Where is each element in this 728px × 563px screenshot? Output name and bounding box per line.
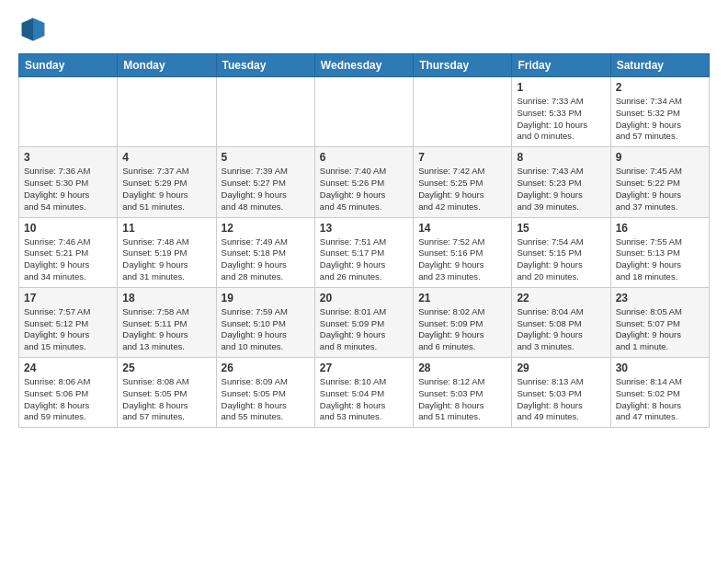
week-row-5: 24Sunrise: 8:06 AMSunset: 5:06 PMDayligh… — [19, 358, 710, 428]
day-cell: 23Sunrise: 8:05 AMSunset: 5:07 PMDayligh… — [610, 287, 709, 357]
day-cell: 30Sunrise: 8:14 AMSunset: 5:02 PMDayligh… — [610, 358, 709, 428]
day-number: 22 — [517, 292, 605, 304]
day-info: Sunrise: 7:33 AMSunset: 5:33 PMDaylight:… — [517, 96, 605, 143]
day-cell: 25Sunrise: 8:08 AMSunset: 5:05 PMDayligh… — [118, 358, 216, 428]
day-cell — [118, 77, 216, 147]
day-info: Sunrise: 7:58 AMSunset: 5:11 PMDaylight:… — [122, 306, 210, 353]
logo — [18, 15, 50, 44]
day-number: 10 — [24, 222, 112, 235]
day-info: Sunrise: 7:34 AMSunset: 5:32 PMDaylight:… — [616, 96, 704, 143]
day-info: Sunrise: 7:55 AMSunset: 5:13 PMDaylight:… — [616, 236, 704, 283]
day-info: Sunrise: 7:49 AMSunset: 5:18 PMDaylight:… — [222, 236, 310, 283]
day-number: 27 — [320, 362, 408, 374]
page: SundayMondayTuesdayWednesdayThursdayFrid… — [0, 0, 728, 442]
day-info: Sunrise: 8:10 AMSunset: 5:04 PMDaylight:… — [320, 376, 408, 423]
day-cell: 26Sunrise: 8:09 AMSunset: 5:05 PMDayligh… — [216, 358, 314, 428]
day-cell: 29Sunrise: 8:13 AMSunset: 5:03 PMDayligh… — [512, 358, 610, 428]
day-cell: 17Sunrise: 7:57 AMSunset: 5:12 PMDayligh… — [19, 287, 118, 357]
day-number: 26 — [222, 362, 310, 374]
day-number: 17 — [24, 292, 112, 304]
day-number: 12 — [222, 222, 310, 235]
day-cell: 19Sunrise: 7:59 AMSunset: 5:10 PMDayligh… — [216, 287, 314, 357]
weekday-header-sunday: Sunday — [19, 54, 118, 77]
day-info: Sunrise: 7:39 AMSunset: 5:27 PMDaylight:… — [222, 166, 310, 213]
day-cell: 10Sunrise: 7:46 AMSunset: 5:21 PMDayligh… — [19, 217, 118, 287]
day-cell: 11Sunrise: 7:48 AMSunset: 5:19 PMDayligh… — [118, 217, 216, 287]
day-info: Sunrise: 7:57 AMSunset: 5:12 PMDaylight:… — [24, 306, 112, 353]
logo-icon — [18, 15, 48, 44]
day-info: Sunrise: 8:14 AMSunset: 5:02 PMDaylight:… — [616, 376, 704, 423]
day-info: Sunrise: 7:37 AMSunset: 5:29 PMDaylight:… — [122, 166, 210, 213]
day-number: 25 — [122, 362, 210, 374]
day-cell: 16Sunrise: 7:55 AMSunset: 5:13 PMDayligh… — [610, 217, 709, 287]
day-info: Sunrise: 8:08 AMSunset: 5:05 PMDaylight:… — [122, 376, 210, 423]
day-number: 2 — [616, 81, 704, 94]
day-cell: 13Sunrise: 7:51 AMSunset: 5:17 PMDayligh… — [314, 217, 413, 287]
day-cell — [19, 77, 118, 147]
day-cell: 9Sunrise: 7:45 AMSunset: 5:22 PMDaylight… — [610, 147, 709, 217]
day-number: 14 — [418, 222, 506, 235]
day-cell: 2Sunrise: 7:34 AMSunset: 5:32 PMDaylight… — [610, 77, 709, 147]
day-info: Sunrise: 7:40 AMSunset: 5:26 PMDaylight:… — [320, 166, 408, 213]
day-info: Sunrise: 7:54 AMSunset: 5:15 PMDaylight:… — [517, 236, 605, 283]
header — [18, 15, 710, 44]
day-info: Sunrise: 7:52 AMSunset: 5:16 PMDaylight:… — [418, 236, 506, 283]
day-cell: 28Sunrise: 8:12 AMSunset: 5:03 PMDayligh… — [414, 358, 512, 428]
day-info: Sunrise: 8:09 AMSunset: 5:05 PMDaylight:… — [222, 376, 310, 423]
day-info: Sunrise: 7:46 AMSunset: 5:21 PMDaylight:… — [24, 236, 112, 283]
day-cell: 6Sunrise: 7:40 AMSunset: 5:26 PMDaylight… — [314, 147, 413, 217]
day-info: Sunrise: 7:51 AMSunset: 5:17 PMDaylight:… — [320, 236, 408, 283]
day-number: 1 — [517, 81, 605, 94]
day-cell: 14Sunrise: 7:52 AMSunset: 5:16 PMDayligh… — [414, 217, 512, 287]
svg-marker-1 — [22, 18, 33, 41]
week-row-3: 10Sunrise: 7:46 AMSunset: 5:21 PMDayligh… — [19, 217, 710, 287]
day-info: Sunrise: 7:36 AMSunset: 5:30 PMDaylight:… — [24, 166, 112, 213]
day-cell — [314, 77, 413, 147]
day-cell — [414, 77, 512, 147]
day-cell: 18Sunrise: 7:58 AMSunset: 5:11 PMDayligh… — [118, 287, 216, 357]
day-info: Sunrise: 8:01 AMSunset: 5:09 PMDaylight:… — [320, 306, 408, 353]
day-number: 7 — [418, 151, 506, 164]
day-info: Sunrise: 7:59 AMSunset: 5:10 PMDaylight:… — [222, 306, 310, 353]
day-number: 8 — [517, 151, 605, 164]
weekday-header-thursday: Thursday — [414, 54, 512, 77]
day-info: Sunrise: 8:05 AMSunset: 5:07 PMDaylight:… — [616, 306, 704, 353]
day-number: 13 — [320, 222, 408, 235]
day-number: 28 — [418, 362, 506, 374]
weekday-header-wednesday: Wednesday — [314, 54, 413, 77]
day-number: 5 — [222, 151, 310, 164]
day-cell: 3Sunrise: 7:36 AMSunset: 5:30 PMDaylight… — [19, 147, 118, 217]
day-cell: 5Sunrise: 7:39 AMSunset: 5:27 PMDaylight… — [216, 147, 314, 217]
day-number: 24 — [24, 362, 112, 374]
day-cell: 21Sunrise: 8:02 AMSunset: 5:09 PMDayligh… — [414, 287, 512, 357]
day-cell: 12Sunrise: 7:49 AMSunset: 5:18 PMDayligh… — [216, 217, 314, 287]
weekday-header-friday: Friday — [512, 54, 610, 77]
day-info: Sunrise: 7:48 AMSunset: 5:19 PMDaylight:… — [122, 236, 210, 283]
day-number: 16 — [616, 222, 704, 235]
day-cell: 8Sunrise: 7:43 AMSunset: 5:23 PMDaylight… — [512, 147, 610, 217]
day-cell: 15Sunrise: 7:54 AMSunset: 5:15 PMDayligh… — [512, 217, 610, 287]
day-number: 21 — [418, 292, 506, 304]
day-cell: 20Sunrise: 8:01 AMSunset: 5:09 PMDayligh… — [314, 287, 413, 357]
weekday-header-saturday: Saturday — [610, 54, 709, 77]
day-number: 19 — [222, 292, 310, 304]
day-cell: 7Sunrise: 7:42 AMSunset: 5:25 PMDaylight… — [414, 147, 512, 217]
day-number: 3 — [24, 151, 112, 164]
day-number: 4 — [122, 151, 210, 164]
day-number: 29 — [517, 362, 605, 374]
weekday-header-tuesday: Tuesday — [216, 54, 314, 77]
svg-marker-0 — [33, 18, 44, 41]
day-info: Sunrise: 8:06 AMSunset: 5:06 PMDaylight:… — [24, 376, 112, 423]
day-cell: 1Sunrise: 7:33 AMSunset: 5:33 PMDaylight… — [512, 77, 610, 147]
day-number: 11 — [122, 222, 210, 235]
day-number: 15 — [517, 222, 605, 235]
day-info: Sunrise: 8:12 AMSunset: 5:03 PMDaylight:… — [418, 376, 506, 423]
day-info: Sunrise: 7:45 AMSunset: 5:22 PMDaylight:… — [616, 166, 704, 213]
day-number: 20 — [320, 292, 408, 304]
day-cell: 27Sunrise: 8:10 AMSunset: 5:04 PMDayligh… — [314, 358, 413, 428]
day-info: Sunrise: 8:02 AMSunset: 5:09 PMDaylight:… — [418, 306, 506, 353]
day-info: Sunrise: 7:43 AMSunset: 5:23 PMDaylight:… — [517, 166, 605, 213]
day-cell: 4Sunrise: 7:37 AMSunset: 5:29 PMDaylight… — [118, 147, 216, 217]
day-cell: 22Sunrise: 8:04 AMSunset: 5:08 PMDayligh… — [512, 287, 610, 357]
day-number: 18 — [122, 292, 210, 304]
